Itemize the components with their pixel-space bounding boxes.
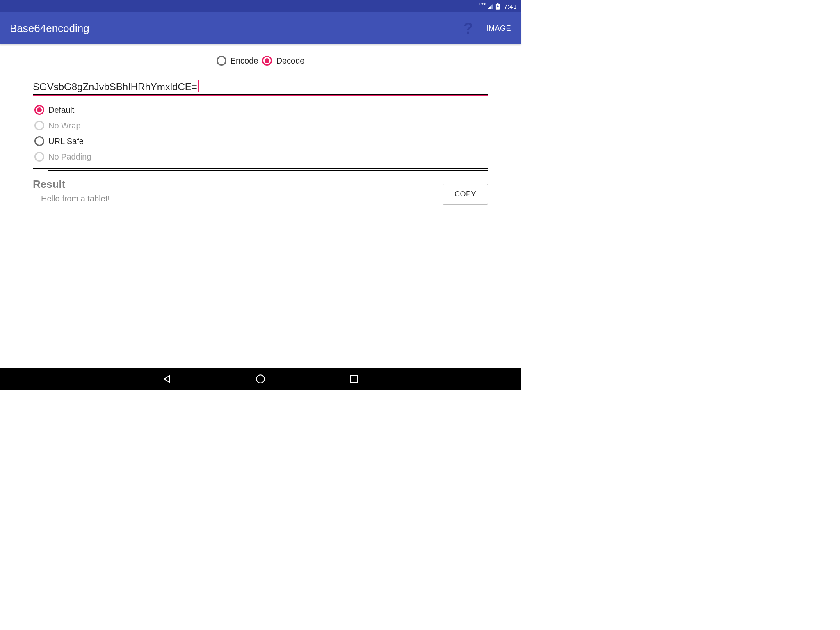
decode-label: Decode bbox=[276, 56, 304, 66]
image-action-button[interactable]: IMAGE bbox=[486, 24, 511, 33]
option-urlsafe-radio[interactable]: URL Safe bbox=[34, 136, 488, 146]
decode-radio[interactable]: Decode bbox=[262, 56, 304, 66]
base64-input[interactable] bbox=[33, 80, 488, 95]
content-area: Encode Decode Default No Wrap URL bbox=[0, 44, 521, 368]
battery-icon bbox=[495, 3, 500, 10]
encoding-options: Default No Wrap URL Safe No Padding bbox=[33, 105, 488, 162]
result-value: Hello from a tablet! bbox=[41, 194, 443, 203]
option-default-radio[interactable]: Default bbox=[34, 105, 488, 115]
copy-button[interactable]: COPY bbox=[443, 184, 488, 205]
nav-home-button[interactable] bbox=[255, 373, 266, 385]
option-urlsafe-label: URL Safe bbox=[48, 137, 84, 146]
status-bar: LTE 7:41 bbox=[0, 0, 521, 12]
input-container bbox=[33, 80, 488, 96]
radio-unchecked-icon bbox=[34, 121, 44, 130]
option-nowrap-label: No Wrap bbox=[48, 121, 81, 130]
signal-icon bbox=[487, 3, 494, 10]
mode-selector: Encode Decode bbox=[33, 56, 488, 66]
network-type-label: LTE bbox=[479, 2, 486, 6]
nav-recent-button[interactable] bbox=[348, 373, 360, 385]
input-underline bbox=[33, 94, 488, 96]
encode-label: Encode bbox=[231, 56, 258, 66]
result-heading: Result bbox=[33, 178, 443, 191]
help-icon[interactable]: ? bbox=[462, 20, 474, 37]
svg-rect-1 bbox=[497, 3, 498, 4]
app-bar: Base64encoding ? IMAGE bbox=[0, 12, 521, 44]
option-default-label: Default bbox=[48, 105, 74, 115]
nav-back-button[interactable] bbox=[161, 373, 173, 385]
radio-checked-icon bbox=[262, 56, 272, 66]
svg-point-2 bbox=[256, 375, 265, 383]
navigation-bar bbox=[0, 368, 521, 390]
radio-unchecked-icon bbox=[217, 56, 226, 66]
radio-checked-icon bbox=[34, 105, 44, 115]
result-section: Result Hello from a tablet! COPY bbox=[33, 178, 488, 205]
app-title: Base64encoding bbox=[10, 22, 462, 35]
text-cursor bbox=[198, 80, 199, 92]
encode-radio[interactable]: Encode bbox=[217, 56, 258, 66]
svg-rect-3 bbox=[351, 376, 357, 382]
radio-unchecked-icon bbox=[34, 136, 44, 146]
status-clock: 7:41 bbox=[504, 3, 517, 10]
divider bbox=[33, 168, 488, 171]
radio-unchecked-icon bbox=[34, 152, 44, 162]
option-nopadding-radio[interactable]: No Padding bbox=[34, 152, 488, 162]
option-nowrap-radio[interactable]: No Wrap bbox=[34, 121, 488, 130]
option-nopadding-label: No Padding bbox=[48, 152, 91, 162]
status-icons: LTE 7:41 bbox=[479, 2, 517, 10]
